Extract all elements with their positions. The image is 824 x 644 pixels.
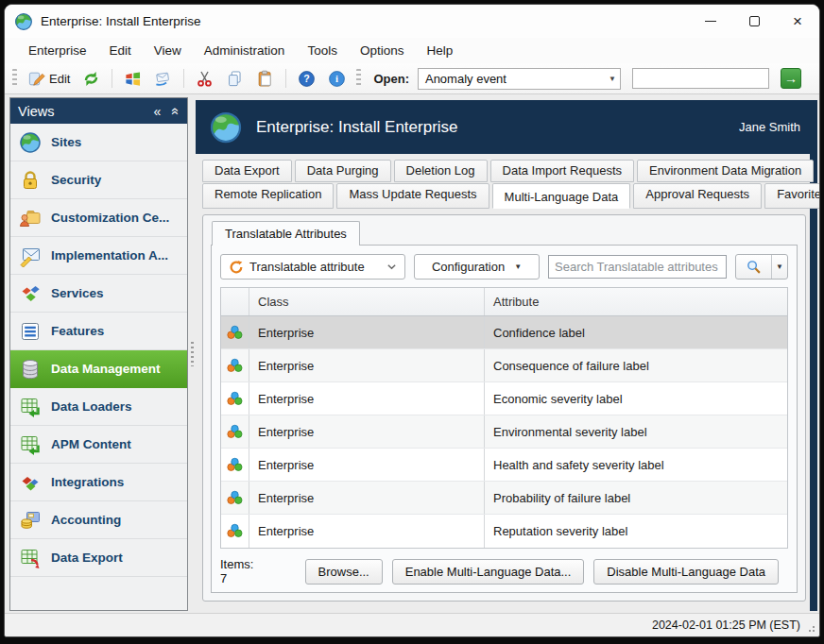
window-controls: ×	[689, 5, 819, 38]
sidebar-item-security[interactable]: Security	[10, 161, 187, 199]
sidebar-item-label: Data Export	[51, 551, 123, 565]
apm-content-icon	[19, 433, 42, 456]
tab-approval-requests[interactable]: Approval Requests	[633, 183, 762, 209]
refresh-button[interactable]	[78, 68, 104, 90]
sidebar-item-apm-content[interactable]: APM Content	[10, 426, 187, 464]
resize-grip-icon[interactable]	[806, 623, 815, 633]
window-title: Enterprise: Install Enterprise	[41, 14, 201, 28]
sidebar-item-data-export[interactable]: Data Export	[10, 539, 187, 577]
close-button[interactable]: ×	[776, 5, 819, 38]
table-row[interactable]: Enterprise Consequence of failure label	[221, 349, 787, 382]
tab-translatable-attributes[interactable]: Translatable Attributes	[212, 221, 360, 246]
multi-language-container: Translatable Attributes Translatable att…	[202, 214, 806, 602]
cell-attribute: Probability of failure label	[485, 482, 787, 514]
disable-multi-language-button[interactable]: Disable Multi-Language Data	[593, 559, 779, 585]
collapse-all-icon[interactable]: «	[169, 108, 182, 115]
configuration-dropdown[interactable]: Configuration ▼	[414, 254, 540, 280]
tab-data-import-requests[interactable]: Data Import Requests	[490, 160, 634, 182]
toolbar-grip	[12, 69, 17, 88]
enable-multi-language-button[interactable]: Enable Multi-Language Data...	[392, 559, 585, 585]
table-header: Class Attribute	[221, 288, 787, 316]
svg-text:?: ?	[304, 73, 311, 84]
cell-attribute: Reputation severity label	[485, 515, 787, 548]
menu-view[interactable]: View	[144, 41, 192, 60]
paste-button[interactable]	[252, 68, 278, 90]
cell-class: Enterprise	[249, 382, 485, 415]
cell-attribute: Confidence label	[485, 316, 787, 348]
integrations-icon	[19, 471, 42, 494]
app-window: Enterprise: Install Enterprise × Enterpr…	[4, 4, 820, 637]
sidebar-item-accounting[interactable]: Accounting	[10, 501, 187, 539]
menu-enterprise[interactable]: Enterprise	[18, 41, 97, 60]
sidebar-item-data-management[interactable]: Data Management	[10, 350, 187, 388]
table-footer: Items: 7 Browse... Enable Multi-Language…	[220, 557, 788, 585]
sidebar-splitter[interactable]	[188, 97, 196, 611]
sidebar-item-implementation[interactable]: Implementation A...	[10, 237, 187, 275]
title-bar: Enterprise: Install Enterprise ×	[5, 5, 819, 38]
sidebar-item-label: Sites	[51, 135, 81, 149]
browse-button[interactable]: Browse...	[305, 559, 383, 585]
table-row[interactable]: Enterprise Reputation severity label	[221, 515, 787, 548]
send-button[interactable]	[150, 68, 176, 90]
cell-class: Enterprise	[249, 482, 485, 514]
attributes-table: Class Attribute Enterprise Confidence la…	[220, 287, 788, 549]
tab-favorites[interactable]: Favorites	[764, 183, 820, 209]
help-button[interactable]: ?	[294, 68, 319, 90]
tab-deletion-log[interactable]: Deletion Log	[394, 160, 488, 182]
minimize-button[interactable]	[689, 5, 732, 38]
attribute-column-header[interactable]: Attribute	[485, 288, 787, 315]
class-icon	[226, 489, 244, 507]
table-row[interactable]: Enterprise Probability of failure label	[221, 482, 787, 515]
sidebar-item-services[interactable]: Services	[10, 275, 187, 313]
dropdown-arrow-icon: ▼	[514, 263, 522, 271]
table-row[interactable]: Enterprise Confidence label	[221, 316, 787, 349]
search-options-arrow-icon[interactable]: ▼	[772, 263, 787, 271]
windows-button[interactable]	[120, 68, 146, 90]
go-button[interactable]: →	[781, 68, 801, 89]
info-button[interactable]: i	[324, 68, 350, 90]
tab-environment-data-migration[interactable]: Environment Data Migration	[637, 160, 814, 182]
class-column-header[interactable]: Class	[249, 288, 485, 315]
sidebar-item-customization-center[interactable]: Customization Ce...	[10, 199, 187, 237]
table-row[interactable]: Enterprise Economic severity label	[221, 382, 787, 415]
sidebar-item-integrations[interactable]: Integrations	[10, 464, 187, 501]
entity-dropdown[interactable]: Translatable attribute	[220, 254, 405, 280]
tab-mass-update-requests[interactable]: Mass Update Requests	[336, 183, 489, 209]
search-input[interactable]	[548, 255, 727, 279]
items-count-label: Items: 7	[220, 557, 256, 585]
menu-administration[interactable]: Administration	[194, 41, 296, 60]
views-sidebar: Views « « Sites Security	[9, 97, 188, 611]
table-row[interactable]: Enterprise Environmental severity label	[221, 415, 787, 449]
menu-options[interactable]: Options	[350, 41, 415, 60]
quick-search-input[interactable]	[632, 68, 769, 89]
menu-edit[interactable]: Edit	[99, 41, 142, 60]
page-banner: Enterprise: Install Enterprise Jane Smit…	[196, 100, 817, 154]
help-icon: ?	[298, 70, 316, 88]
tab-data-export[interactable]: Data Export	[202, 160, 292, 182]
sidebar-item-features[interactable]: Features	[10, 313, 187, 350]
sidebar-item-label: Data Loaders	[51, 399, 132, 414]
search-button[interactable]: ▼	[735, 254, 788, 280]
open-combobox[interactable]: Anomaly event ▼	[418, 68, 621, 90]
tab-data-purging[interactable]: Data Purging	[295, 160, 391, 182]
features-icon	[19, 320, 42, 343]
copy-button[interactable]	[222, 68, 248, 90]
tab-remote-replication[interactable]: Remote Replication	[202, 183, 334, 209]
edit-button[interactable]: Edit	[24, 68, 74, 90]
banner-globe-icon	[209, 110, 243, 144]
class-icon	[226, 357, 244, 375]
menu-tools[interactable]: Tools	[297, 41, 348, 60]
table-row[interactable]: Enterprise Health and safety severity la…	[221, 449, 787, 482]
cut-button[interactable]	[192, 68, 217, 90]
tab-multi-language-data[interactable]: Multi-Language Data	[492, 183, 631, 209]
translatable-attribute-icon	[229, 260, 244, 275]
sidebar-item-data-loaders[interactable]: Data Loaders	[10, 388, 187, 426]
sidebar-item-label: Security	[51, 173, 101, 187]
sidebar-item-sites[interactable]: Sites	[10, 124, 187, 161]
collapse-sidebar-icon[interactable]: «	[153, 105, 161, 118]
toolbar-separator	[285, 69, 286, 88]
maximize-button[interactable]	[732, 5, 776, 38]
menu-help[interactable]: Help	[416, 41, 463, 60]
sidebar-item-label: Services	[51, 286, 104, 300]
copy-icon	[226, 70, 244, 88]
